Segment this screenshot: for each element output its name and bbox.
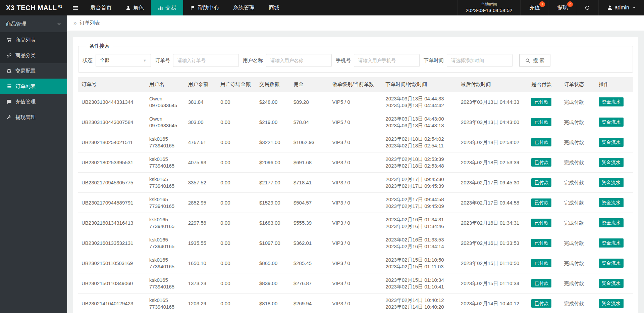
person-icon	[126, 5, 131, 10]
cell-order-no: UB2302170945305775	[78, 173, 146, 193]
cell-times: 2023年02月15日 01:10:50 2023年02月15日 01:11:0…	[382, 253, 457, 273]
fund-flow-button[interactable]: 资金流水	[599, 198, 624, 207]
nav-item-role[interactable]: 角色	[119, 0, 151, 15]
order-time: 2023年02月17日 09:45:30	[385, 176, 454, 183]
nav-item-help[interactable]: 帮助中心	[183, 0, 226, 15]
cell-status: 完成付款	[560, 193, 595, 213]
cell-paid: 已付款	[528, 193, 560, 213]
nav-item-mall[interactable]: 商城	[262, 0, 286, 15]
cell-order-no: UB2303130443007584	[78, 112, 146, 132]
pay-time: 2023年02月17日 09:45:39	[385, 183, 454, 189]
topbar-right: 当地时间 2023-03-13 04:54:52 充值 1 提现 2 admin	[457, 0, 644, 15]
link-icon	[6, 53, 12, 58]
cell-paid: 已付款	[528, 112, 560, 132]
cell-times: 2023年02月15日 01:10:34 2023年02月15日 01:10:4…	[382, 273, 457, 294]
search-button[interactable]: 搜 索	[519, 54, 550, 67]
cell-amount: $219.00	[256, 112, 290, 132]
fund-flow-button[interactable]: 资金流水	[599, 218, 624, 227]
order-time: 2023年02月15日 01:10:34	[385, 277, 454, 283]
cell-balance: 1203.29	[185, 294, 217, 313]
user-name: Owen	[149, 95, 181, 102]
user-name: ksk0165	[149, 257, 181, 263]
order-time-label: 下单时间	[424, 57, 444, 64]
paid-badge: 已付款	[531, 259, 551, 267]
chevron-up-icon	[631, 5, 636, 11]
cell-order-no: UB2302160133532131	[78, 233, 146, 253]
cell-status: 完成付款	[560, 92, 595, 112]
sidebar-item-order-list[interactable]: 订单列表	[0, 79, 67, 94]
fund-flow-button[interactable]: 资金流水	[599, 279, 624, 288]
pay-time: 2023年03月13日 04:43:13	[385, 122, 454, 129]
cell-user: ksk0165 773940165	[146, 193, 185, 213]
order-row: UB2302160134316413 ksk0165 773940165 229…	[78, 213, 633, 233]
fund-flow-button[interactable]: 资金流水	[599, 178, 624, 187]
order-row: UB2302170945305775 ksk0165 773940165 335…	[78, 173, 633, 193]
cell-commission: $555.39	[290, 213, 329, 233]
cell-action: 资金流水	[595, 112, 633, 132]
user-name: ksk0165	[149, 136, 181, 142]
order-row: UB2303130444331344 Owen 0970633645 381.8…	[78, 92, 633, 112]
cell-action: 资金流水	[595, 253, 633, 273]
cell-paid: 已付款	[528, 273, 560, 294]
list-icon	[6, 84, 12, 89]
order-time: 2023年02月18日 02:54:02	[385, 136, 454, 142]
admin-menu[interactable]: admin	[598, 0, 644, 15]
sidebar-item-goods-list[interactable]: 商品列表	[0, 32, 67, 48]
menu-toggle-button[interactable]	[67, 0, 83, 15]
fund-flow-button[interactable]: 资金流水	[599, 158, 624, 167]
refresh-button[interactable]	[576, 0, 598, 15]
fund-flow-button[interactable]: 资金流水	[599, 118, 624, 127]
cell-balance: 381.84	[185, 92, 217, 112]
cell-amount: $3221.00	[256, 132, 290, 152]
cell-status: 完成付款	[560, 213, 595, 233]
order-time: 2023年03月13日 04:43:00	[385, 116, 454, 122]
order-no-input[interactable]	[173, 54, 239, 67]
fund-flow-button[interactable]: 资金流水	[599, 259, 624, 268]
local-time: 当地时间 2023-03-13 04:54:52	[457, 0, 520, 15]
sidebar-item-goods-category[interactable]: 商品分类	[0, 48, 67, 63]
cell-times: 2023年02月17日 09:44:58 2023年02月17日 09:45:0…	[382, 193, 457, 213]
cell-balance: 303.00	[185, 112, 217, 132]
phone-input[interactable]	[354, 54, 420, 67]
sidebar-item-label: 提现管理	[15, 114, 36, 121]
cell-times: 2023年02月14日 10:40:12 2023年02月14日 10:40:2…	[382, 294, 457, 313]
cell-action: 资金流水	[595, 152, 633, 173]
sidebar-group-goods[interactable]: 商品管理	[0, 15, 67, 32]
user-name: Owen	[149, 116, 181, 122]
cell-paid: 已付款	[528, 132, 560, 152]
cell-status: 完成付款	[560, 294, 595, 313]
user-name: ksk0165	[149, 176, 181, 183]
recharge-button[interactable]: 充值 1	[520, 0, 548, 15]
nav-item-system[interactable]: 系统管理	[226, 0, 262, 15]
order-time: 2023年02月16日 01:33:53	[385, 236, 454, 243]
pay-time: 2023年02月18日 02:53:48	[385, 163, 454, 169]
fund-flow-button[interactable]: 资金流水	[599, 238, 624, 248]
sidebar-item-withdraw[interactable]: 提现管理	[0, 109, 67, 125]
status-select[interactable]: 全部 ▼	[96, 54, 151, 67]
sidebar-item-trade-config[interactable]: 交易配置	[0, 63, 67, 79]
cell-balance: 3357.52	[185, 173, 217, 193]
cell-paid: 已付款	[528, 233, 560, 253]
cell-last-pay-time: 2023年02月17日 09:45:30	[458, 173, 528, 193]
cell-status: 完成付款	[560, 233, 595, 253]
cell-amount: $1683.00	[256, 213, 290, 233]
phone-field: 手机号	[336, 54, 420, 67]
cell-user: ksk0165 773940165	[146, 253, 185, 273]
order-time-input[interactable]	[447, 54, 513, 67]
nav-item-home[interactable]: 后台首页	[83, 0, 119, 15]
withdraw-button[interactable]: 提现 2	[548, 0, 576, 15]
cell-order-no: UB2302170944589791	[78, 193, 146, 213]
col-user-name: 用户名	[146, 77, 185, 92]
sidebar-item-recharge[interactable]: 充值管理	[0, 94, 67, 109]
fund-flow-button[interactable]: 资金流水	[599, 138, 624, 147]
cell-frozen: 0.00	[217, 193, 256, 213]
fund-flow-button[interactable]: 资金流水	[599, 299, 624, 308]
user-name: ksk0165	[149, 277, 181, 283]
nav-item-trade[interactable]: 交易	[151, 0, 183, 15]
cell-frozen: 0.00	[217, 233, 256, 253]
main-area: » 订单列表 条件搜索 状态 全部 ▼ 订单号	[67, 0, 644, 313]
fund-flow-button[interactable]: 资金流水	[599, 97, 624, 106]
col-frozen: 用户冻结金额	[217, 77, 256, 92]
user-name-input[interactable]	[266, 54, 332, 67]
cell-times: 2023年03月13日 04:43:00 2023年03月13日 04:43:1…	[382, 112, 457, 132]
